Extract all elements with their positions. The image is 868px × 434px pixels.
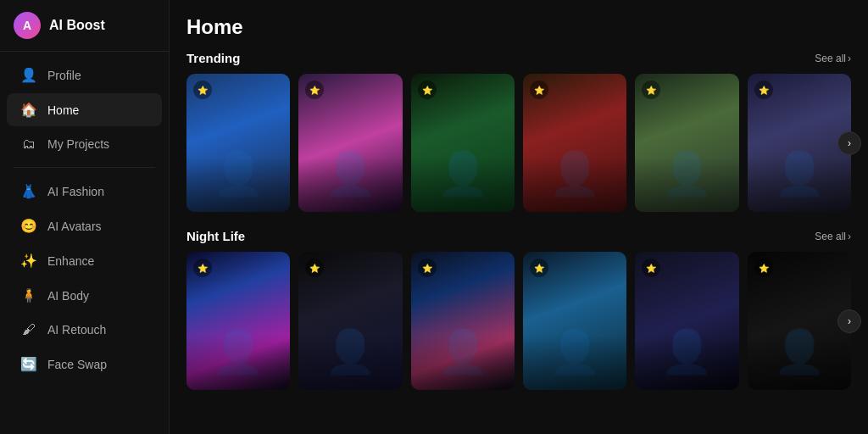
sidebar-label-my-projects: My Projects: [47, 137, 109, 151]
trending-card-6[interactable]: ⭐: [748, 74, 851, 212]
sidebar-item-ai-fashion[interactable]: 👗 AI Fashion: [7, 175, 162, 208]
home-icon: 🏠: [20, 102, 37, 118]
main-content: Home Trending See all › ⭐ ⭐ ⭐ ⭐: [170, 0, 868, 434]
card-badge-1: ⭐: [193, 81, 212, 99]
sidebar-label-face-swap: Face Swap: [47, 358, 107, 371]
sidebar: A AI Boost 👤 Profile 🏠 Home 🗂 My Project…: [0, 0, 170, 434]
sidebar-item-face-swap[interactable]: 🔄 Face Swap: [7, 348, 162, 381]
night-card-3[interactable]: ⭐: [411, 252, 515, 390]
trending-see-all[interactable]: See all ›: [815, 53, 851, 64]
sidebar-item-ai-avatars[interactable]: 😊 AI Avatars: [7, 209, 162, 242]
ai-avatars-icon: 😊: [20, 218, 37, 234]
ai-retouch-icon: 🖌: [20, 322, 37, 337]
card-badge-4: ⭐: [530, 81, 548, 99]
trending-scroll-right[interactable]: ›: [837, 131, 861, 155]
sidebar-label-ai-body: AI Body: [47, 289, 89, 303]
sidebar-item-enhance[interactable]: ✨ Enhance: [7, 244, 162, 277]
trending-card-3[interactable]: ⭐: [411, 74, 515, 212]
enhance-icon: ✨: [20, 253, 37, 269]
trending-card-5[interactable]: ⭐: [635, 74, 738, 212]
trending-cards-row: ⭐ ⭐ ⭐ ⭐ ⭐ ⭐ ›: [186, 74, 851, 212]
logo-text: AI Boost: [49, 18, 105, 33]
night-badge-6: ⭐: [754, 259, 773, 277]
night-life-scroll-right[interactable]: ›: [837, 309, 861, 333]
sidebar-item-ai-body[interactable]: 🧍 AI Body: [7, 279, 162, 312]
night-badge-3: ⭐: [418, 259, 437, 277]
section-trending: Trending See all › ⭐ ⭐ ⭐ ⭐: [186, 51, 851, 212]
night-card-2[interactable]: ⭐: [298, 252, 402, 390]
night-life-see-all[interactable]: See all ›: [815, 231, 851, 242]
sidebar-label-profile: Profile: [47, 69, 81, 82]
sidebar-logo: A AI Boost: [0, 0, 169, 52]
profile-icon: 👤: [20, 67, 37, 83]
projects-icon: 🗂: [20, 136, 37, 152]
ai-body-icon: 🧍: [20, 287, 37, 303]
logo-icon: A: [14, 12, 41, 39]
night-badge-1: ⭐: [193, 259, 212, 277]
face-swap-icon: 🔄: [20, 356, 37, 372]
page-title: Home: [186, 0, 851, 51]
ai-fashion-icon: 👗: [20, 183, 37, 199]
sidebar-item-my-projects[interactable]: 🗂 My Projects: [7, 128, 162, 160]
sidebar-item-ai-retouch[interactable]: 🖌 AI Retouch: [7, 314, 162, 346]
night-card-6[interactable]: ⭐: [748, 252, 851, 390]
trending-card-2[interactable]: ⭐: [298, 74, 402, 212]
card-badge-3: ⭐: [418, 81, 437, 99]
trending-card-4[interactable]: ⭐: [523, 74, 626, 212]
night-badge-4: ⭐: [530, 259, 548, 277]
sidebar-label-home: Home: [47, 103, 79, 117]
trending-header: Trending See all ›: [186, 51, 851, 65]
sidebar-item-profile[interactable]: 👤 Profile: [7, 58, 162, 92]
sidebar-divider-1: [14, 167, 155, 168]
sidebar-label-ai-retouch: AI Retouch: [47, 323, 106, 337]
night-life-header: Night Life See all ›: [186, 229, 851, 243]
night-card-5[interactable]: ⭐: [635, 252, 738, 390]
sidebar-nav: 👤 Profile 🏠 Home 🗂 My Projects 👗 AI Fash…: [0, 52, 169, 387]
night-life-title: Night Life: [186, 229, 245, 243]
sidebar-item-home[interactable]: 🏠 Home: [7, 93, 162, 126]
sidebar-label-ai-avatars: AI Avatars: [47, 220, 102, 233]
sidebar-label-enhance: Enhance: [47, 254, 94, 268]
night-life-cards-row: ⭐ ⭐ ⭐ ⭐ ⭐ ⭐ ›: [186, 252, 851, 390]
card-badge-6: ⭐: [754, 81, 773, 99]
trending-card-1[interactable]: ⭐: [186, 74, 290, 212]
night-card-1[interactable]: ⭐: [186, 252, 290, 390]
trending-title: Trending: [186, 51, 240, 65]
section-night-life: Night Life See all › ⭐ ⭐ ⭐ ⭐: [186, 229, 851, 390]
night-card-4[interactable]: ⭐: [523, 252, 626, 390]
sidebar-label-ai-fashion: AI Fashion: [47, 185, 104, 198]
